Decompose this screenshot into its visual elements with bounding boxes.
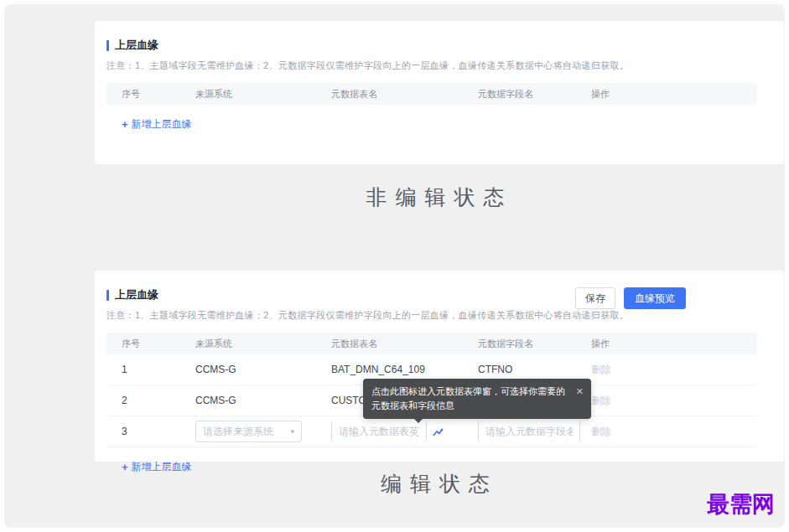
cell-index: 3: [122, 426, 195, 437]
col-header-system: 来源系统: [195, 88, 331, 101]
panel-title: 上层血缘: [115, 287, 158, 302]
table-header-row: 序号 来源系统 元数据表名 元数据字段名 操作: [106, 333, 757, 354]
panel-title: 上层血缘: [115, 38, 158, 53]
delete-row-link[interactable]: 删除: [591, 425, 757, 439]
watermark-logo: 最需网: [707, 489, 775, 519]
panel-note: 注意：1、主题域字段无需维护血缘；2、元数据字段仅需维护字段向上的一层血缘，血缘…: [106, 309, 784, 322]
cell-system: CCMS-G: [195, 395, 331, 406]
add-upper-lineage-link[interactable]: + 新增上层血缘: [122, 117, 192, 132]
delete-row-link[interactable]: 删除: [591, 394, 757, 408]
title-accent-bar-icon: [106, 40, 109, 51]
title-accent-bar-icon: [106, 290, 109, 301]
page-background: 上层血缘 注意：1、主题域字段无需维护血缘；2、元数据字段仅需维护字段向上的一层…: [4, 4, 785, 528]
lineage-preview-button[interactable]: 血缘预览: [624, 287, 686, 309]
col-header-system: 来源系统: [195, 338, 331, 350]
panel-header: 上层血缘 注意：1、主题域字段无需维护血缘；2、元数据字段仅需维护字段向上的一层…: [95, 21, 784, 72]
screenshot-page: 上层血缘 注意：1、主题域字段无需维护血缘；2、元数据字段仅需维护字段向上的一层…: [0, 0, 789, 532]
cell-index: 1: [122, 364, 195, 375]
panel-note: 注意：1、主题域字段无需维护血缘；2、元数据字段仅需维护字段向上的一层血缘，血缘…: [106, 59, 784, 72]
col-header-action: 操作: [591, 88, 757, 101]
source-system-select[interactable]: 请选择来源系统 ▾: [195, 421, 302, 442]
col-header-index: 序号: [122, 338, 195, 350]
panel-actions: 保存 血缘预览: [575, 287, 686, 309]
caption-edit-state: 编辑状态: [95, 470, 784, 498]
cell-table: BAT_DMN_C64_109: [331, 364, 478, 375]
col-header-field: 元数据字段名: [478, 88, 591, 101]
metadata-table-picker-icon[interactable]: [431, 425, 444, 438]
table-header-row: 序号 来源系统 元数据表名 元数据字段名 操作: [106, 83, 757, 105]
col-header-action: 操作: [591, 338, 757, 350]
col-header-table: 元数据表名: [331, 338, 478, 350]
table-row-editing: 3 请选择来源系统 ▾: [106, 416, 757, 447]
chevron-down-icon: ▾: [290, 427, 294, 436]
caption-non-edit-state: 非编辑状态: [95, 183, 784, 211]
tooltip-text: 点击此图标进入元数据表弹窗，可选择你需要的元数据表和字段信息: [371, 386, 565, 411]
col-header-field: 元数据字段名: [478, 338, 591, 350]
add-upper-lineage-label: 新增上层血缘: [132, 117, 192, 132]
col-header-index: 序号: [122, 88, 195, 101]
source-system-placeholder: 请选择来源系统: [203, 425, 273, 439]
close-icon[interactable]: ✕: [576, 385, 584, 399]
metadata-picker-tooltip: 点击此图标进入元数据表弹窗，可选择你需要的元数据表和字段信息 ✕: [363, 379, 591, 419]
metadata-field-input[interactable]: [479, 421, 579, 442]
col-header-table: 元数据表名: [331, 88, 478, 101]
plus-icon: +: [122, 118, 128, 131]
upper-lineage-panel-non-edit: 上层血缘 注意：1、主题域字段无需维护血缘；2、元数据字段仅需维护字段向上的一层…: [95, 21, 784, 164]
metadata-table-input[interactable]: [332, 421, 426, 442]
save-button[interactable]: 保存: [575, 287, 615, 309]
cell-index: 2: [122, 395, 195, 406]
lineage-table: 序号 来源系统 元数据表名 元数据字段名 操作 + 新增上层血缘: [106, 83, 757, 132]
delete-row-link[interactable]: 删除: [591, 363, 757, 377]
cell-field: CTFNO: [478, 364, 591, 375]
cell-system: CCMS-G: [195, 364, 331, 375]
upper-lineage-panel-edit: 上层血缘 注意：1、主题域字段无需维护血缘；2、元数据字段仅需维护字段向上的一层…: [95, 271, 784, 462]
